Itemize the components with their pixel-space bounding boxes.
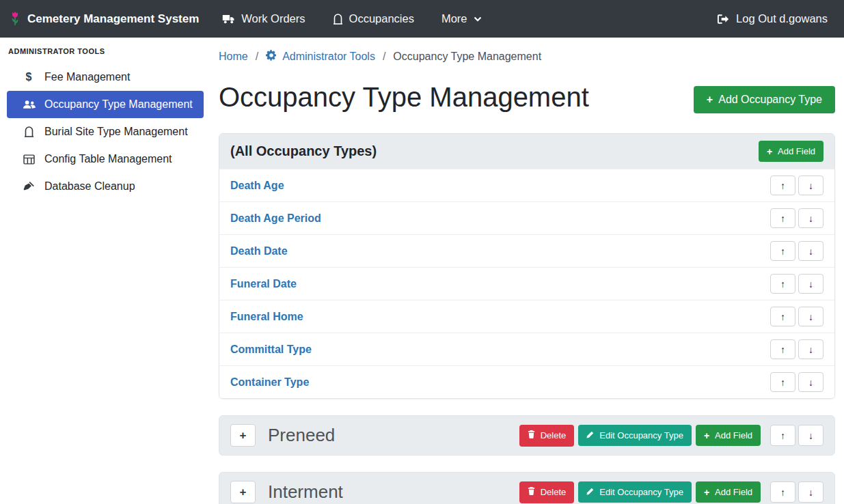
table-icon	[22, 154, 36, 165]
page-title: Occupancy Type Management	[219, 80, 589, 114]
move-down-button[interactable]: ↓	[798, 208, 823, 228]
plus-icon: +	[240, 486, 247, 499]
down-arrow-icon: ↓	[808, 213, 813, 224]
breadcrumb-admin-tools[interactable]: Administrator Tools	[266, 50, 375, 64]
tombstone-icon	[333, 14, 343, 25]
sidebar-item-database-cleanup[interactable]: Database Cleanup	[7, 173, 204, 200]
reorder-controls: ↑ ↓	[770, 274, 823, 294]
move-up-button[interactable]: ↑	[770, 176, 795, 195]
tombstone-icon	[22, 126, 36, 137]
expand-button[interactable]: +	[230, 481, 256, 503]
edit-occupancy-type-button[interactable]: Edit Occupancy Type	[578, 481, 692, 503]
breadcrumb-home[interactable]: Home	[219, 51, 248, 63]
reorder-controls: ↑ ↓	[770, 481, 823, 503]
field-link[interactable]: Funeral Date	[230, 278, 297, 290]
plus-icon: +	[707, 94, 713, 105]
move-down-button[interactable]: ↓	[798, 241, 823, 261]
up-arrow-icon: ↑	[780, 213, 785, 224]
section-actions: Delete Edit Occupancy Type + Add Field ↑	[519, 425, 823, 447]
top-navbar: Cemetery Management System Work Orders O…	[0, 0, 844, 38]
truck-icon	[222, 14, 235, 24]
sidebar-item-burial-site-type-management[interactable]: Burial Site Type Management	[7, 118, 204, 145]
plus-icon: +	[704, 431, 709, 440]
users-icon	[22, 100, 36, 109]
reorder-controls: ↑ ↓	[770, 372, 823, 392]
down-arrow-icon: ↓	[808, 311, 813, 322]
reorder-controls: ↑ ↓	[770, 425, 823, 446]
main-nav: Work Orders Occupancies More	[222, 12, 481, 25]
reorder-controls: ↑ ↓	[770, 307, 823, 326]
section-actions: Delete Edit Occupancy Type + Add Field ↑	[519, 481, 823, 503]
move-up-button[interactable]: ↑	[770, 372, 795, 392]
down-arrow-icon: ↓	[808, 344, 813, 355]
plus-icon: +	[767, 147, 772, 156]
nav-work-orders[interactable]: Work Orders	[222, 12, 305, 25]
move-down-button[interactable]: ↓	[798, 372, 823, 392]
move-down-button[interactable]: ↓	[798, 481, 823, 503]
add-field-button[interactable]: + Add Field	[696, 425, 761, 446]
move-down-button[interactable]: ↓	[798, 176, 823, 195]
nav-more[interactable]: More	[441, 12, 482, 25]
app-brand[interactable]: Cemetery Management System	[10, 11, 199, 27]
title-row: Occupancy Type Management + Add Occupanc…	[219, 80, 835, 114]
down-arrow-icon: ↓	[808, 487, 813, 498]
field-link[interactable]: Death Age Period	[230, 212, 321, 225]
logout-link[interactable]: Log Out d.gowans	[717, 12, 828, 25]
nav-occupancies-label: Occupancies	[349, 12, 414, 25]
add-field-button[interactable]: + Add Field	[696, 481, 761, 503]
down-arrow-icon: ↓	[808, 430, 813, 441]
field-link[interactable]: Container Type	[230, 376, 309, 389]
move-up-button[interactable]: ↑	[770, 425, 795, 446]
expand-button[interactable]: +	[230, 424, 256, 447]
down-arrow-icon: ↓	[808, 377, 813, 388]
reorder-controls: ↑ ↓	[770, 339, 823, 359]
breadcrumb-current: Occupancy Type Management	[393, 51, 541, 63]
sidebar-item-config-table-management[interactable]: Config Table Management	[7, 145, 204, 173]
move-down-button[interactable]: ↓	[798, 425, 823, 446]
field-row: Container Type ↑ ↓	[219, 365, 834, 398]
breadcrumb-separator: /	[383, 51, 385, 63]
field-link[interactable]: Death Date	[230, 245, 288, 257]
field-row: Death Age Period ↑ ↓	[219, 201, 834, 234]
down-arrow-icon: ↓	[808, 279, 813, 290]
occupancy-type-section-preneed: + Preneed Delete	[219, 415, 835, 456]
up-arrow-icon: ↑	[780, 246, 785, 257]
tulip-logo-icon	[10, 11, 21, 27]
up-arrow-icon: ↑	[780, 377, 785, 388]
field-row: Death Age ↑ ↓	[219, 169, 834, 201]
up-arrow-icon: ↑	[780, 430, 785, 441]
reorder-controls: ↑ ↓	[770, 208, 823, 228]
reorder-controls: ↑ ↓	[770, 176, 823, 195]
sidebar-item-occupancy-type-management[interactable]: Occupancy Type Management	[7, 91, 204, 118]
edit-occupancy-type-button[interactable]: Edit Occupancy Type	[578, 425, 692, 446]
main-content: Home / Administrator Tools / Occupancy T…	[210, 38, 844, 504]
sidebar-item-label: Fee Management	[44, 71, 130, 83]
field-link[interactable]: Death Age	[230, 180, 284, 192]
move-down-button[interactable]: ↓	[798, 274, 823, 294]
move-up-button[interactable]: ↑	[770, 481, 795, 503]
nav-more-label: More	[441, 12, 467, 25]
field-row: Funeral Date ↑ ↓	[219, 267, 834, 300]
move-up-button[interactable]: ↑	[770, 307, 795, 326]
logout-icon	[717, 14, 730, 25]
sidebar-item-label: Occupancy Type Management	[44, 98, 193, 111]
sidebar-item-label: Database Cleanup	[44, 180, 135, 193]
up-arrow-icon: ↑	[780, 180, 785, 191]
move-up-button[interactable]: ↑	[770, 241, 795, 261]
move-up-button[interactable]: ↑	[770, 208, 795, 228]
move-up-button[interactable]: ↑	[770, 274, 795, 294]
nav-occupancies[interactable]: Occupancies	[333, 12, 414, 25]
sidebar-item-fee-management[interactable]: $ Fee Management	[7, 64, 204, 91]
logout-label: Log Out d.gowans	[736, 12, 828, 25]
move-up-button[interactable]: ↑	[770, 339, 795, 359]
field-link[interactable]: Funeral Home	[230, 311, 303, 323]
add-field-button[interactable]: + Add Field	[759, 141, 823, 162]
up-arrow-icon: ↑	[780, 279, 785, 290]
add-occupancy-type-button[interactable]: + Add Occupancy Type	[694, 86, 835, 113]
move-down-button[interactable]: ↓	[798, 339, 823, 359]
field-link[interactable]: Committal Type	[230, 344, 312, 356]
reorder-controls: ↑ ↓	[770, 241, 823, 261]
move-down-button[interactable]: ↓	[798, 307, 823, 326]
delete-button[interactable]: Delete	[519, 481, 575, 503]
delete-button[interactable]: Delete	[519, 425, 575, 447]
